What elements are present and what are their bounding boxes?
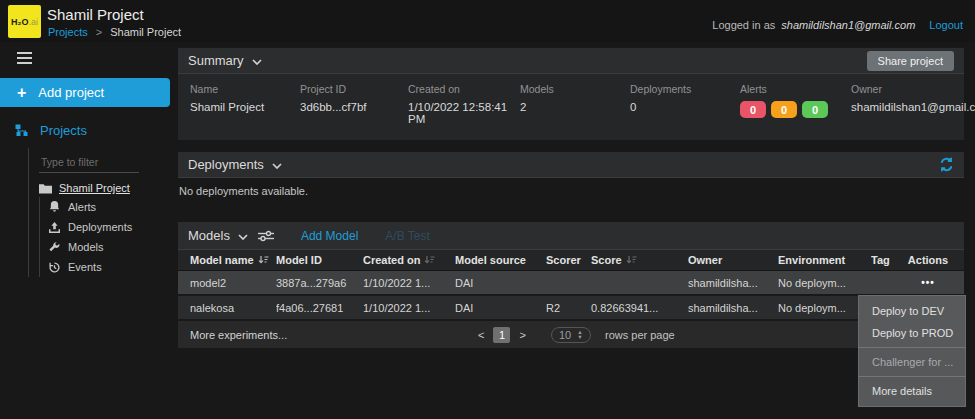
column-header-owner[interactable]: Owner [688, 254, 778, 266]
share-project-button[interactable]: Share project [867, 51, 954, 71]
menu-item-deploy-prod[interactable]: Deploy to PROD [859, 322, 965, 344]
cell-model-name: nalekosa [178, 302, 276, 314]
column-header-tag[interactable]: Tag [871, 254, 906, 266]
project-subtree: Alerts Deployments Models [39, 197, 176, 277]
column-header-scorer[interactable]: Scorer [546, 254, 591, 266]
breadcrumb: Projects > Shamil Project [48, 26, 181, 38]
next-page-button[interactable]: > [519, 329, 525, 341]
more-experiments-link[interactable]: More experiments... [190, 329, 287, 341]
prev-page-button[interactable]: < [478, 329, 484, 341]
summary-field-owner: Owner shamildilshan1@gmail.com [851, 83, 975, 125]
models-header: Models Add Model A/B Test [178, 222, 964, 250]
logo-suffix: .ai [28, 17, 38, 27]
tree-item-models[interactable]: Models [40, 237, 176, 257]
models-table-header: Model name Model ID Created on Model sou… [178, 250, 964, 271]
tree-item-project[interactable]: Shamil Project [29, 182, 176, 194]
column-header-actions: Actions [906, 254, 950, 266]
summary-header: Summary Share project [178, 48, 964, 74]
breadcrumb-current: Shamil Project [110, 26, 181, 38]
field-value: shamildilshan1@gmail.com [851, 101, 975, 113]
column-label: Model source [455, 254, 526, 266]
tree-item-events[interactable]: Events [40, 257, 176, 277]
field-label: Models [520, 83, 630, 95]
top-bar: H₂O.ai Shamil Project Projects > Shamil … [0, 0, 975, 42]
cell-model-id: f4a06...27681 [276, 302, 363, 314]
table-row-model2[interactable]: model2 3887a...279a6 1/10/2022 1... DAI … [178, 271, 964, 296]
field-label: Alerts [740, 83, 851, 95]
models-title: Models [188, 228, 230, 243]
summary-field-project-id: Project ID 3d6bb...cf7bf [300, 83, 408, 125]
column-header-model-id[interactable]: Model ID [276, 254, 363, 266]
folder-icon [39, 183, 52, 194]
field-label: Owner [851, 83, 975, 95]
column-header-model-name[interactable]: Model name [178, 254, 276, 266]
tree-events-label: Events [68, 261, 102, 273]
field-value: 1/10/2022 12:58:41 PM [408, 101, 520, 125]
column-settings-button[interactable] [258, 230, 274, 242]
h2o-logo[interactable]: H₂O.ai [8, 5, 41, 38]
column-header-score[interactable]: Score [591, 254, 688, 266]
tree-item-alerts[interactable]: Alerts [40, 197, 176, 217]
cell-environment: No deploym... [778, 277, 871, 289]
cell-score: 0.82663941... [591, 302, 688, 314]
h2o-logo-text: H₂O.ai [11, 17, 38, 27]
row-actions-button[interactable]: ••• [921, 277, 935, 288]
rows-per-page-stepper[interactable]: 10 ▲▼ [551, 327, 591, 343]
chevron-down-icon [272, 163, 282, 169]
column-label: Created on [363, 254, 420, 266]
logo-main: H₂O [11, 17, 29, 27]
alert-badge-ok[interactable]: 0 [802, 101, 828, 118]
projects-icon [15, 124, 29, 137]
logout-link[interactable]: Logout [929, 19, 963, 31]
refresh-button[interactable] [939, 157, 954, 172]
main-content: Summary Share project Name Shamil Projec… [178, 42, 964, 419]
tree-item-deployments[interactable]: Deployments [40, 217, 176, 237]
models-toggle[interactable]: Models [188, 228, 248, 243]
sidebar-item-projects[interactable]: Projects [15, 123, 176, 138]
column-label: Score [591, 254, 622, 266]
deployments-panel: Deployments No deployments available. [178, 152, 964, 204]
summary-body: Name Shamil Project Project ID 3d6bb...c… [178, 74, 964, 140]
column-header-model-source[interactable]: Model source [455, 254, 546, 266]
add-project-label: Add project [38, 85, 104, 100]
table-row-nalekosa[interactable]: nalekosa f4a06...27681 1/10/2022 1... DA… [178, 296, 964, 321]
column-label: Actions [908, 254, 948, 266]
column-header-created-on[interactable]: Created on [363, 254, 455, 266]
models-panel: Models Add Model A/B Test [178, 222, 964, 348]
deployments-toggle[interactable]: Deployments [188, 157, 282, 172]
summary-toggle[interactable]: Summary [188, 53, 262, 68]
field-label: Deployments [630, 83, 740, 95]
upload-icon [49, 222, 60, 233]
tree-filter-input[interactable] [39, 152, 139, 173]
breadcrumb-projects-link[interactable]: Projects [48, 26, 88, 38]
rows-per-page-value: 10 [559, 329, 571, 341]
summary-title: Summary [188, 53, 244, 68]
add-model-button[interactable]: Add Model [301, 229, 358, 243]
menu-divider [859, 347, 965, 348]
summary-panel: Summary Share project Name Shamil Projec… [178, 48, 964, 140]
column-header-environment[interactable]: Environment [778, 254, 871, 266]
add-project-button[interactable]: + Add project [0, 78, 170, 107]
login-prefix: Logged in as [712, 19, 775, 31]
projects-label: Projects [40, 123, 87, 138]
alert-badge-warning[interactable]: 0 [771, 101, 797, 118]
current-page-button[interactable]: 1 [493, 327, 510, 343]
bell-icon [49, 201, 60, 213]
pagination: < 1 > [478, 327, 526, 343]
ab-test-button: A/B Test [385, 229, 429, 243]
summary-field-alerts: Alerts 0 0 0 [740, 83, 851, 125]
page-title: Shamil Project [47, 6, 144, 23]
wrench-icon [49, 242, 60, 253]
cell-created-on: 1/10/2022 1... [363, 277, 455, 289]
cell-owner: shamildilsha... [688, 302, 778, 314]
deployments-header: Deployments [178, 152, 964, 178]
menu-item-more-details[interactable]: More details [859, 380, 965, 402]
alert-badge-critical[interactable]: 0 [740, 101, 766, 118]
sort-icon [258, 255, 269, 265]
hamburger-menu-icon[interactable] [17, 52, 32, 64]
stepper-arrows-icon[interactable]: ▲▼ [577, 330, 582, 339]
cell-scorer: R2 [546, 302, 591, 314]
menu-item-challenger[interactable]: Challenger for ... [859, 351, 965, 373]
cell-model-id: 3887a...279a6 [276, 277, 363, 289]
menu-item-deploy-dev[interactable]: Deploy to DEV [859, 300, 965, 322]
